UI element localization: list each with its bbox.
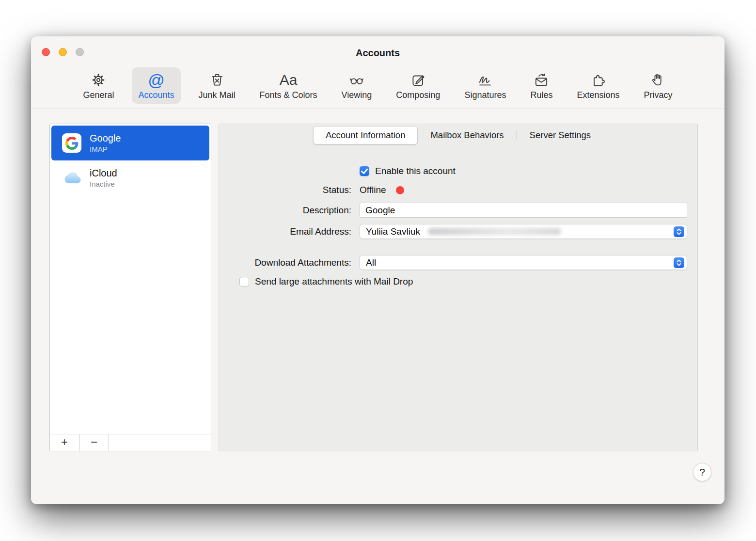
- icloud-cloud-icon: [62, 168, 83, 188]
- toolbar-label-privacy: Privacy: [644, 90, 673, 100]
- email-address-label: Email Address:: [239, 226, 351, 237]
- mail-drop-row: Send large attachments with Mail Drop: [239, 276, 687, 287]
- status-value: Offline: [360, 185, 386, 195]
- account-detail: Inactive: [90, 180, 117, 188]
- toolbar-label-fonts-colors: Fonts & Colors: [260, 90, 317, 100]
- remove-account-button[interactable]: −: [79, 434, 109, 451]
- description-row: [360, 203, 687, 218]
- accounts-sidebar: Google IMAP: [49, 124, 211, 451]
- download-attachments-row: All: [360, 255, 687, 270]
- mail-drop-label: Send large attachments with Mail Drop: [255, 276, 413, 287]
- toolbar-item-signatures[interactable]: Signatures: [458, 67, 512, 104]
- preferences-toolbar: General @ Accounts Junk Mail: [31, 63, 724, 109]
- compose-icon: [409, 71, 427, 89]
- add-account-button[interactable]: +: [50, 434, 79, 451]
- toolbar-label-rules: Rules: [530, 90, 552, 100]
- accounts-preferences-window: Accounts General: [31, 36, 724, 504]
- sidebar-footer: + −: [50, 434, 211, 451]
- account-name: iCloud: [90, 168, 117, 179]
- toolbar-item-composing[interactable]: Composing: [390, 67, 446, 104]
- popup-stepper-icon: [674, 257, 684, 268]
- toolbar-label-junk-mail: Junk Mail: [199, 90, 236, 100]
- rules-envelope-icon: [532, 71, 551, 89]
- toolbar-item-extensions[interactable]: Extensions: [570, 67, 626, 104]
- account-tabs: Account Information Mailbox Behaviors Se…: [219, 126, 697, 144]
- account-name: Google: [90, 133, 121, 144]
- toolbar-label-accounts: Accounts: [138, 90, 174, 100]
- hand-icon: [649, 71, 667, 89]
- toolbar-item-viewing[interactable]: Viewing: [335, 67, 378, 104]
- account-row-google[interactable]: Google IMAP: [51, 126, 209, 160]
- account-information-form: Enable this account Status: Offline Desc…: [219, 165, 697, 287]
- account-text: Google IMAP: [90, 133, 121, 153]
- enable-account-label: Enable this account: [375, 166, 456, 176]
- signature-icon: [476, 71, 494, 89]
- content-area: Google IMAP: [31, 109, 724, 504]
- email-address-value: Yuliia Savliuk: [366, 226, 420, 237]
- toolbar-label-general: General: [83, 90, 114, 100]
- tab-mailbox-behaviors[interactable]: Mailbox Behaviors: [418, 126, 516, 144]
- gear-icon: [89, 71, 108, 89]
- download-attachments-value: All: [366, 257, 376, 268]
- tab-account-information[interactable]: Account Information: [313, 126, 418, 144]
- toolbar-item-general[interactable]: General: [77, 67, 120, 104]
- download-attachments-select[interactable]: All: [360, 255, 687, 270]
- description-input[interactable]: [360, 203, 687, 218]
- window-title: Accounts: [31, 48, 724, 59]
- download-attachments-label: Download Attachments:: [239, 257, 351, 268]
- toolbar-label-viewing: Viewing: [342, 90, 372, 100]
- toolbar-item-junk-mail[interactable]: Junk Mail: [192, 67, 242, 104]
- status-row: Offline: [360, 184, 687, 196]
- screenshot-page: Accounts General: [0, 0, 756, 541]
- toolbar-label-composing: Composing: [396, 90, 440, 100]
- email-address-row: Yuliia Savliuk: [360, 224, 687, 239]
- account-text: iCloud Inactive: [90, 168, 117, 188]
- junk-bin-icon: [208, 71, 226, 89]
- offline-status-dot-icon: [396, 186, 404, 194]
- help-button[interactable]: ?: [693, 463, 711, 481]
- account-list: Google IMAP: [50, 124, 211, 434]
- account-detail: IMAP: [90, 145, 121, 153]
- tab-server-settings[interactable]: Server Settings: [517, 126, 603, 144]
- mail-drop-checkbox[interactable]: [239, 277, 249, 286]
- fonts-aa-icon: Aa: [279, 71, 298, 89]
- toolbar-item-privacy[interactable]: Privacy: [638, 67, 679, 104]
- puzzle-icon: [589, 71, 608, 89]
- titlebar: Accounts: [31, 36, 724, 63]
- popup-stepper-icon: [674, 226, 684, 237]
- toolbar-label-signatures: Signatures: [464, 90, 506, 100]
- form-divider: [239, 247, 687, 247]
- status-label: Status:: [239, 185, 351, 195]
- enable-account-row: Enable this account: [360, 165, 687, 177]
- description-label: Description:: [239, 205, 351, 216]
- glasses-icon: [347, 71, 366, 89]
- account-detail-panel: Account Information Mailbox Behaviors Se…: [219, 124, 698, 451]
- toolbar-item-fonts-colors[interactable]: Aa Fonts & Colors: [253, 67, 324, 104]
- toolbar-label-extensions: Extensions: [577, 90, 619, 100]
- redacted-email-blur: [428, 228, 561, 235]
- enable-account-checkbox[interactable]: [360, 166, 369, 176]
- toolbar-item-accounts[interactable]: @ Accounts: [132, 67, 180, 104]
- at-icon: @: [147, 71, 166, 89]
- email-address-select[interactable]: Yuliia Savliuk: [360, 224, 687, 239]
- account-row-icloud[interactable]: iCloud Inactive: [51, 160, 209, 195]
- google-logo-icon: [62, 133, 81, 153]
- toolbar-item-rules[interactable]: Rules: [524, 67, 559, 104]
